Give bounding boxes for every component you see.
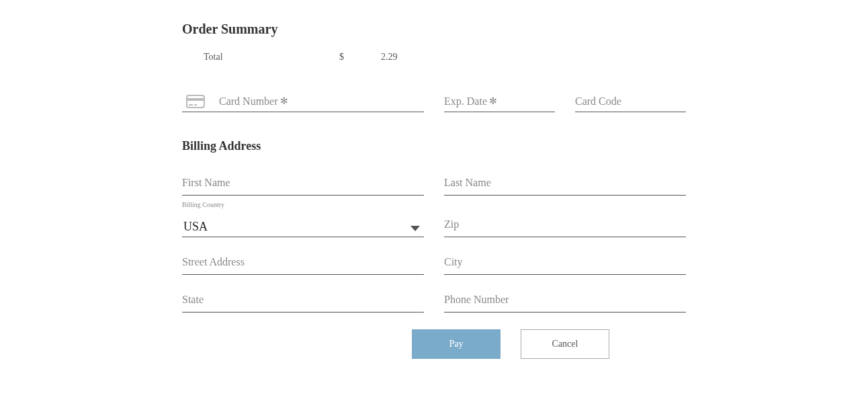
total-label: Total	[204, 52, 338, 63]
required-mark: ✻	[489, 95, 497, 107]
city-input[interactable]	[444, 256, 686, 268]
billing-address-title: Billing Address	[182, 139, 686, 153]
card-number-field[interactable]: Card Number ✻	[182, 91, 424, 112]
order-summary-row: Total $ 2.29	[202, 50, 406, 64]
svg-rect-3	[194, 104, 197, 106]
state-input[interactable]	[182, 294, 424, 306]
pay-button[interactable]: Pay	[412, 329, 501, 359]
svg-rect-0	[187, 95, 204, 108]
required-mark: ✻	[280, 95, 288, 107]
first-name-input[interactable]	[182, 177, 424, 189]
billing-country-select[interactable]: Billing Country USA	[182, 208, 424, 237]
zip-field[interactable]	[444, 212, 686, 237]
card-number-label: Card Number	[219, 95, 278, 108]
card-code-label: Card Code	[575, 95, 621, 108]
chevron-down-icon	[410, 226, 420, 231]
credit-card-icon	[185, 95, 206, 108]
svg-rect-1	[187, 98, 204, 101]
currency-symbol: $	[339, 52, 380, 63]
billing-country-label: Billing Country	[182, 201, 224, 208]
city-field[interactable]	[444, 249, 686, 275]
phone-input[interactable]	[444, 294, 686, 306]
zip-input[interactable]	[444, 218, 686, 231]
street-address-input[interactable]	[182, 256, 424, 268]
total-amount: 2.29	[381, 52, 404, 63]
last-name-field[interactable]	[444, 170, 686, 196]
cancel-button[interactable]: Cancel	[521, 329, 609, 359]
exp-date-label: Exp. Date	[444, 95, 487, 108]
card-code-field[interactable]: Card Code	[575, 91, 686, 112]
svg-rect-2	[189, 104, 193, 106]
last-name-input[interactable]	[444, 177, 686, 189]
billing-country-value: USA	[182, 220, 410, 234]
exp-date-field[interactable]: Exp. Date ✻	[444, 91, 555, 112]
first-name-field[interactable]	[182, 170, 424, 196]
street-address-field[interactable]	[182, 249, 424, 275]
order-summary-title: Order Summary	[182, 22, 686, 37]
state-field[interactable]	[182, 287, 424, 313]
phone-field[interactable]	[444, 287, 686, 313]
